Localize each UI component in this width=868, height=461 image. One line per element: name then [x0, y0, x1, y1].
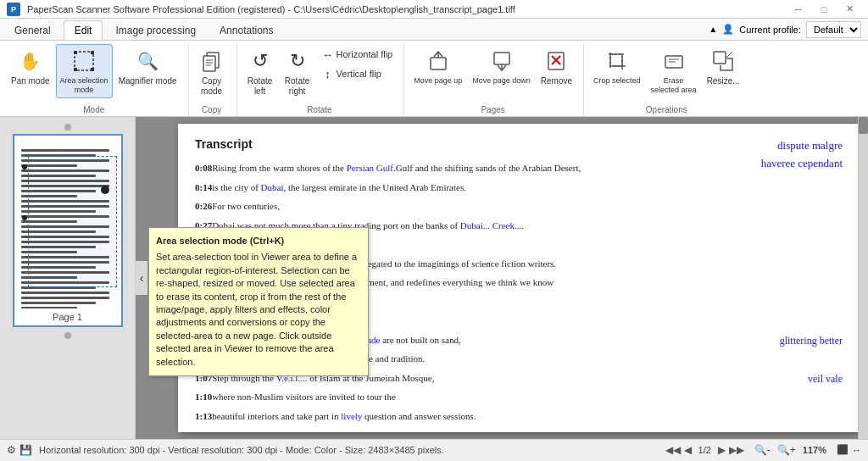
statusbar-left: ⚙ 💾 Horizontal resolution: 300 dpi - Ver…: [7, 444, 444, 456]
tab-annotations[interactable]: Annotations: [209, 20, 284, 40]
transcript-line-2: 0:14is the city of Dubai, the largest em…: [195, 181, 843, 195]
handwritten-1: Persian Gulf: [347, 163, 393, 173]
crop-selected-label: Crop selected: [593, 76, 641, 86]
nav-last-button[interactable]: ▶▶: [729, 444, 744, 456]
move-page-up-button[interactable]: Move page up: [409, 44, 466, 89]
person-icon: 👤: [722, 24, 734, 35]
svg-rect-0: [75, 52, 93, 70]
maximize-button[interactable]: □: [812, 0, 836, 19]
handwritten-4: Dubai... Creek....: [460, 220, 524, 230]
operations-group-label: Operations: [589, 105, 743, 116]
copy-icon: [198, 47, 225, 75]
content-area: Area selection mode (Ctrl+K) Set area-se…: [136, 117, 868, 439]
rotate-left-icon: ↺: [247, 47, 274, 75]
copy-button[interactable]: Copymode: [194, 44, 230, 100]
ribbon-group-mode: ✋ Pan mode Area selectionmode 🔍 Ma: [3, 44, 189, 116]
magnifier-mode-button[interactable]: 🔍 Magnifier mode: [114, 44, 181, 90]
sidebar: Page 1: [0, 117, 136, 439]
handwritten-14: lively: [341, 411, 362, 421]
zoom-value: 117%: [803, 445, 826, 455]
resize-label: Resize...: [707, 76, 740, 86]
erase-selected-area-button[interactable]: Eraseselected area: [647, 44, 701, 98]
titlebar-controls: ─ □ ✕: [787, 0, 861, 19]
zoom-out-button[interactable]: 🔍-: [754, 444, 771, 456]
resize-icon: [709, 47, 737, 75]
statusbar-right: ◀◀ ◀ 1/2 ▶ ▶▶ 🔍- 🔍+ 117% ⬛ ↔: [665, 444, 861, 456]
nav-next-button[interactable]: ▶: [718, 444, 726, 456]
statusbar-icons-right: ⬛ ↔: [837, 444, 861, 455]
svg-rect-3: [74, 68, 77, 71]
fit-width-button[interactable]: ↔: [852, 445, 861, 455]
page-thumbnail: Page 1: [13, 134, 123, 327]
svg-rect-10: [431, 58, 446, 69]
statusbar-icon-1[interactable]: ⚙: [7, 444, 16, 456]
profile-bar: ▲ 👤 Current profile: Default: [702, 19, 868, 40]
statusbar-icon-2[interactable]: 💾: [19, 444, 32, 456]
pan-mode-button[interactable]: ✋ Pan mode: [7, 44, 54, 90]
tooltip-text: Set area-selection tool in Viewer area t…: [156, 251, 361, 369]
ribbon-group-rotate: ↺ Rotateleft ↻ Rotateright ↔ Horizontal …: [239, 44, 405, 116]
rotate-right-icon: ↻: [284, 47, 311, 75]
profile-select[interactable]: Default: [806, 21, 861, 38]
close-button[interactable]: ✕: [837, 0, 861, 19]
scrollbar-track[interactable]: [858, 117, 868, 439]
svg-rect-6: [203, 56, 215, 71]
copy-label: Copymode: [201, 76, 222, 97]
vertical-flip-button[interactable]: ↕ Vertical flip: [317, 65, 398, 84]
copy-group-label: Copy: [194, 105, 230, 116]
minimize-button[interactable]: ─: [787, 0, 810, 19]
tab-image-processing[interactable]: Image processing: [104, 20, 207, 40]
scroll-bottom-indicator: [64, 332, 71, 339]
tab-edit[interactable]: Edit: [64, 20, 103, 40]
rotate-buttons: ↺ Rotateleft ↻ Rotateright ↔ Horizontal …: [242, 44, 398, 103]
move-page-up-icon: [425, 47, 452, 75]
titlebar-title: PaperScan Scanner Software Professional …: [27, 4, 515, 14]
flip-buttons: ↔ Horizontal flip ↕ Vertical flip: [317, 44, 398, 84]
rotate-right-button[interactable]: ↻ Rotateright: [280, 44, 315, 100]
fit-page-button[interactable]: ⬛: [837, 444, 849, 455]
transcript-line-14: 1:13beautiful interiors and take part in…: [195, 409, 843, 424]
move-page-down-icon: [488, 47, 515, 75]
svg-rect-25: [714, 52, 726, 64]
remove-icon: [542, 47, 570, 75]
nav-first-button[interactable]: ◀◀: [665, 444, 681, 456]
statusbar: ⚙ 💾 Horizontal resolution: 300 dpi - Ver…: [0, 439, 868, 459]
svg-rect-1: [74, 51, 77, 54]
area-selection-mode-button[interactable]: Area selectionmode: [56, 44, 113, 98]
erase-selected-area-label: Eraseselected area: [651, 76, 697, 95]
transcript-title: Transcript: [195, 137, 843, 151]
handwritten-2: Dubai: [261, 182, 284, 192]
erase-icon: [660, 47, 687, 75]
area-selection-icon: [70, 47, 97, 75]
statusbar-icons: ⚙ 💾: [7, 444, 32, 456]
horizontal-flip-button[interactable]: ↔ Horizontal flip: [317, 46, 398, 64]
crop-selected-button[interactable]: Crop selected: [589, 44, 645, 89]
handwritten-right-10: glittering better: [780, 333, 843, 348]
ribbon-group-pages: Move page up Move page down: [406, 44, 584, 116]
transcript-line-1: 0:08Rising from the warm shores of the P…: [195, 161, 843, 175]
tooltip: Area selection mode (Ctrl+K) Set area-se…: [148, 227, 369, 376]
sidebar-collapse-button[interactable]: ‹: [136, 261, 147, 295]
resize-button[interactable]: Resize...: [703, 44, 744, 90]
zoom-in-button[interactable]: 🔍+: [777, 444, 796, 456]
scroll-top-indicator: [64, 124, 71, 131]
mode-group-label: Mode: [7, 105, 181, 116]
rotate-left-label: Rotateleft: [248, 76, 272, 97]
svg-line-26: [726, 52, 732, 58]
rotate-left-button[interactable]: ↺ Rotateleft: [242, 44, 278, 100]
remove-button[interactable]: Remove: [537, 44, 576, 90]
status-text: Horizontal resolution: 300 dpi - Vertica…: [39, 445, 444, 455]
move-page-down-label: Move page down: [472, 76, 531, 86]
move-page-down-button[interactable]: Move page down: [468, 44, 535, 89]
thumb-dot: [22, 164, 27, 169]
main-area: Page 1 ‹ Area selection mode (Ctrl+K) Se…: [0, 117, 868, 439]
transcript-line-3: 0:26For two centuries,: [195, 199, 843, 214]
page-label: Page 1: [18, 312, 118, 322]
collapse-icon[interactable]: ▲: [709, 25, 717, 34]
nav-prev-button[interactable]: ◀: [684, 444, 692, 456]
scrollbar-thumb[interactable]: [859, 117, 868, 134]
tab-general[interactable]: General: [3, 20, 62, 40]
thumb-black-dot: [101, 186, 109, 194]
tooltip-title: Area selection mode (Ctrl+K): [156, 235, 361, 247]
pages-group-label: Pages: [409, 105, 576, 116]
